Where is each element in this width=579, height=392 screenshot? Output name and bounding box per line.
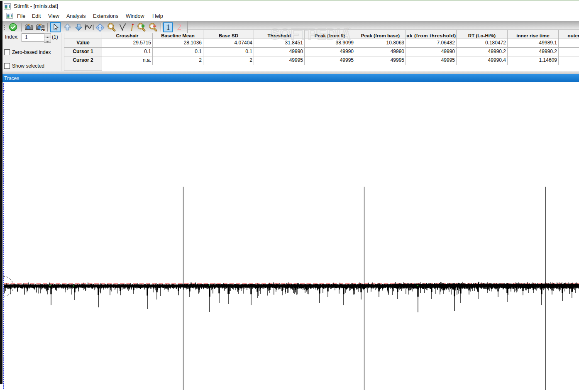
svg-text:PS: PS bbox=[41, 28, 45, 32]
